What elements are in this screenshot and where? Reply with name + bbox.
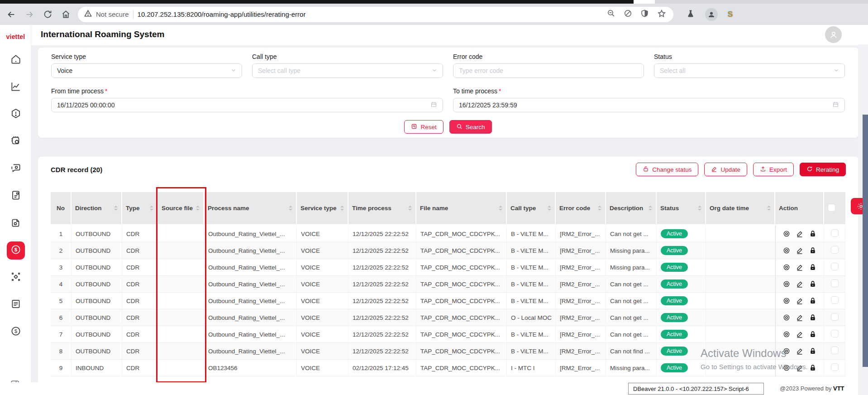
row-checkbox[interactable] [831, 296, 839, 304]
column-header-file_name[interactable]: File name [416, 192, 507, 226]
rerating-button[interactable]: Rerating [800, 163, 846, 176]
edit-icon[interactable] [796, 264, 803, 271]
view-icon[interactable] [783, 331, 790, 338]
url-text[interactable]: 10.207.252.135:8200/roaming-app/utilitie… [138, 10, 306, 18]
column-header-type[interactable]: Type [122, 192, 158, 226]
column-header-error_code[interactable]: Error code [556, 192, 606, 226]
view-icon[interactable] [783, 297, 790, 304]
sort-icon[interactable] [196, 206, 200, 211]
lock-icon[interactable] [809, 230, 816, 237]
view-icon[interactable] [783, 314, 790, 321]
select-all-checkbox[interactable] [828, 204, 835, 212]
column-header-direction[interactable]: Direction [72, 192, 122, 226]
lock-icon[interactable] [809, 314, 816, 321]
export-button[interactable]: Export [753, 163, 794, 176]
edit-icon[interactable] [796, 314, 803, 321]
sidebar-item-messages[interactable] [7, 160, 25, 178]
lock-icon[interactable] [809, 247, 816, 254]
sort-icon[interactable] [114, 206, 118, 211]
lock-icon[interactable] [809, 280, 816, 288]
view-icon[interactable] [783, 264, 790, 271]
user-avatar[interactable] [825, 26, 842, 43]
change-status-button[interactable]: Change status [636, 163, 698, 176]
sidebar-item-system-config[interactable] [7, 133, 25, 151]
sidebar-item-currency[interactable]: $ [7, 323, 25, 341]
extension-flask-icon[interactable] [686, 9, 695, 20]
sidebar-item-file-copy[interactable] [7, 214, 25, 232]
to-time-input[interactable]: 16/12/2025 23:59:59 [453, 98, 845, 112]
extension-s-icon[interactable]: S [728, 10, 733, 19]
reload-icon[interactable] [42, 9, 53, 20]
view-icon[interactable] [783, 347, 790, 355]
row-checkbox[interactable] [831, 363, 839, 371]
browser-profile-icon[interactable] [705, 8, 718, 21]
lock-icon[interactable] [809, 264, 816, 271]
sidebar-item-report-list[interactable] [7, 296, 25, 314]
bookmark-star-icon[interactable] [657, 9, 666, 20]
back-icon[interactable] [5, 9, 17, 20]
sidebar-item-integration[interactable] [7, 269, 25, 287]
sort-icon[interactable] [598, 206, 601, 211]
sidebar-item-analytics[interactable] [7, 78, 25, 96]
edit-icon[interactable] [796, 280, 803, 288]
search-button[interactable]: Search [449, 120, 492, 134]
table-row: 3OUTBOUNDCDROutbound_Rating_Viettel_...V… [51, 259, 845, 276]
call-type-select[interactable]: Select call type [252, 63, 443, 78]
view-icon[interactable] [783, 280, 790, 288]
edit-icon[interactable] [796, 230, 803, 237]
lock-icon[interactable] [809, 297, 816, 304]
view-icon[interactable] [783, 247, 790, 254]
service-type-select[interactable]: Voice [51, 63, 242, 78]
row-checkbox[interactable] [831, 313, 839, 321]
error-code-input[interactable]: Type error code [453, 63, 644, 78]
vertical-scrollbar-thumb[interactable] [863, 115, 868, 367]
zoom-out-icon[interactable] [607, 9, 615, 19]
column-header-description[interactable]: Description [606, 192, 657, 226]
sort-icon[interactable] [499, 206, 502, 211]
edit-icon[interactable] [796, 247, 803, 254]
forward-icon[interactable] [24, 9, 35, 20]
column-header-status[interactable]: Status [657, 192, 706, 226]
shield-icon[interactable] [640, 9, 649, 19]
sort-icon[interactable] [408, 206, 412, 211]
address-bar[interactable]: Not secure 10.207.252.135:8200/roaming-a… [78, 7, 673, 22]
sort-icon[interactable] [649, 206, 652, 211]
update-button[interactable]: Update [704, 163, 747, 176]
row-checkbox[interactable] [831, 330, 839, 337]
sort-icon[interactable] [767, 206, 771, 211]
view-icon[interactable] [783, 230, 790, 237]
home-icon[interactable] [60, 9, 72, 20]
row-checkbox[interactable] [831, 347, 839, 354]
blocked-content-icon[interactable] [624, 9, 632, 19]
view-icon[interactable] [783, 364, 790, 371]
edit-icon[interactable] [796, 364, 803, 371]
column-header-call_type[interactable]: Call type [507, 192, 556, 226]
row-checkbox[interactable] [831, 246, 839, 254]
sort-icon[interactable] [548, 206, 551, 211]
column-header-service_type[interactable]: Service type [297, 192, 348, 226]
sidebar-item-alerts[interactable] [7, 106, 25, 124]
sidebar-item-billing-active[interactable]: $ [7, 241, 25, 260]
column-header-source_file[interactable]: Source file [158, 192, 204, 226]
lock-icon[interactable] [809, 364, 816, 371]
edit-icon[interactable] [796, 347, 803, 355]
sort-icon[interactable] [698, 206, 701, 211]
sort-icon[interactable] [150, 206, 153, 211]
lock-icon[interactable] [809, 331, 816, 338]
sort-icon[interactable] [340, 206, 344, 211]
sidebar-item-report-document[interactable] [7, 187, 25, 205]
column-header-time_process[interactable]: Time process [348, 192, 416, 226]
edit-icon[interactable] [796, 297, 803, 304]
sidebar-item-home[interactable] [7, 51, 25, 69]
reset-button[interactable]: Reset [404, 120, 443, 134]
row-checkbox[interactable] [831, 279, 839, 287]
row-checkbox[interactable] [831, 263, 839, 270]
status-select[interactable]: Select all [654, 63, 845, 78]
column-header-process_name[interactable]: Process name [204, 192, 297, 226]
sort-icon[interactable] [289, 206, 292, 211]
row-checkbox[interactable] [831, 229, 839, 237]
from-time-input[interactable]: 16/11/2025 00:00:00 [51, 98, 443, 112]
column-header-org_date_time[interactable]: Org date time [706, 192, 775, 226]
edit-icon[interactable] [796, 331, 803, 338]
lock-icon[interactable] [809, 347, 816, 355]
